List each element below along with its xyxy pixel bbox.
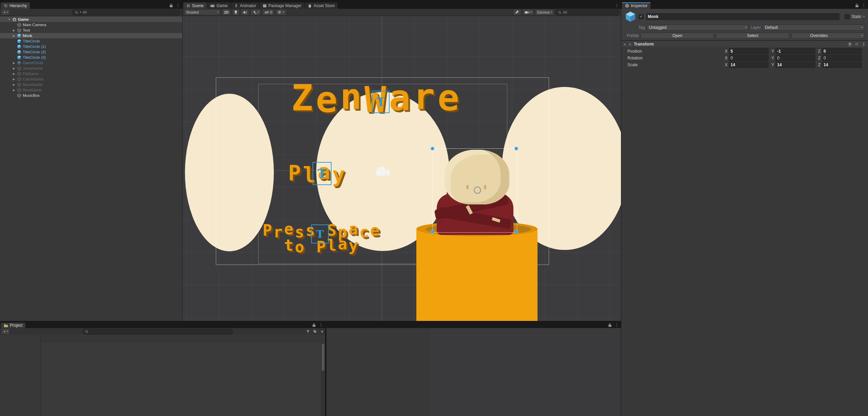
hierarchy-add-button[interactable]: +▾ bbox=[1, 9, 10, 15]
static-control[interactable]: Static▾ bbox=[845, 14, 865, 19]
effects-dropdown[interactable]: ▾ bbox=[250, 9, 261, 15]
component-tools-button[interactable] bbox=[513, 9, 521, 15]
hierarchy-item-main-camera[interactable]: Main Camera bbox=[0, 22, 182, 28]
layer-dropdown[interactable]: Default▾ bbox=[763, 24, 865, 31]
tab-hierarchy-label: Hierarchy bbox=[10, 3, 27, 8]
animation-dopesheet[interactable] bbox=[430, 328, 621, 416]
lock-icon[interactable] bbox=[855, 3, 859, 7]
foldout-arrow-icon[interactable]: ▼ bbox=[623, 42, 626, 47]
project-add-button[interactable]: +▾ bbox=[1, 328, 10, 334]
foldout-arrow-icon[interactable]: ▼ bbox=[7, 18, 11, 21]
lock-icon[interactable] bbox=[169, 3, 173, 7]
search-by-label-icon[interactable] bbox=[313, 330, 317, 333]
kebab-menu-icon[interactable]: ⋮ bbox=[615, 323, 619, 327]
text-component-gizmo-icon[interactable]: T bbox=[313, 162, 332, 185]
gameobject-name-field[interactable]: Monk bbox=[646, 13, 839, 20]
axis-value-field[interactable]: 0 bbox=[822, 55, 862, 61]
project-scrollbar[interactable] bbox=[321, 343, 325, 416]
kebab-menu-icon[interactable]: ⋮ bbox=[862, 42, 866, 47]
hierarchy-item-restgame[interactable]: ▶RestGame bbox=[0, 87, 182, 93]
hierarchy-item-titlecircle-3-[interactable]: TitleCircle (3) bbox=[0, 55, 182, 60]
axis-value-field[interactable]: -1 bbox=[775, 48, 815, 54]
hierarchy-search-input[interactable]: ▾ All bbox=[72, 10, 181, 15]
scene-search-input[interactable]: All bbox=[555, 10, 620, 15]
tab-asset-store[interactable]: Asset Store bbox=[305, 2, 338, 9]
kebab-menu-icon[interactable]: ⋮ bbox=[862, 3, 866, 7]
scene-viewport[interactable]: ZenWarePlayPress Spaceto PlayTTT bbox=[183, 16, 621, 321]
foldout-arrow-icon[interactable]: ▶ bbox=[12, 83, 16, 86]
unity-editor-window: Hierarchy ⋮ +▾ ▾ All ▼GameMain Camera▶Te… bbox=[0, 0, 868, 416]
axis-value-field[interactable]: 0 bbox=[822, 48, 862, 54]
foldout-arrow-icon[interactable]: ▶ bbox=[12, 89, 16, 92]
search-by-type-icon[interactable] bbox=[306, 330, 310, 333]
axis-value-field[interactable]: 5 bbox=[729, 48, 769, 54]
hidden-objects-button[interactable]: 0 bbox=[262, 9, 274, 15]
hierarchy-item-monk[interactable]: ▶Monk bbox=[0, 33, 182, 38]
hierarchy-item-titlecircle[interactable]: TitleCircle bbox=[0, 38, 182, 44]
kebab-menu-icon[interactable]: ⋮ bbox=[615, 3, 619, 7]
axis-value-field[interactable]: 14 bbox=[822, 62, 862, 68]
hierarchy-item-game[interactable]: ▼Game bbox=[0, 17, 182, 22]
foldout-arrow-icon[interactable]: ▶ bbox=[12, 67, 16, 70]
lock-icon[interactable] bbox=[608, 323, 612, 327]
tab-animator[interactable]: Animator bbox=[231, 2, 259, 9]
tab-scene[interactable]: Scene bbox=[183, 2, 207, 9]
kebab-menu-icon[interactable]: ⋮ bbox=[176, 3, 180, 7]
hierarchy-item-titlecircle-2-[interactable]: TitleCircle (2) bbox=[0, 49, 182, 55]
tag-dropdown[interactable]: Untagged▾ bbox=[647, 24, 749, 31]
plus-icon: + bbox=[3, 329, 5, 333]
presets-icon[interactable] bbox=[855, 42, 859, 46]
grid-visibility-dropdown[interactable]: ▾ bbox=[276, 9, 286, 15]
transform-header[interactable]: ▼Transform?⋮ bbox=[621, 40, 868, 48]
hierarchy-item-musicbox[interactable]: MusicBox bbox=[0, 93, 182, 98]
tab-hierarchy[interactable]: Hierarchy bbox=[1, 2, 30, 9]
camera-dropdown[interactable]: ▾ bbox=[523, 9, 534, 15]
audio-toggle-button[interactable] bbox=[241, 9, 249, 15]
foldout-arrow-icon[interactable]: ▶ bbox=[12, 61, 16, 65]
static-checkbox[interactable] bbox=[845, 14, 850, 19]
active-checkbox[interactable]: ✓ bbox=[639, 14, 644, 19]
animation-panel: ⋮ bbox=[326, 321, 621, 416]
hierarchy-item-flygame[interactable]: ▶FlyGame bbox=[0, 71, 182, 76]
toggle-2d-button[interactable]: 2D bbox=[222, 9, 231, 15]
text-component-gizmo-icon[interactable]: T bbox=[372, 91, 390, 113]
axis-value-field[interactable]: 14 bbox=[775, 62, 815, 68]
prefab-overrides-dropdown[interactable]: Overrides▾ bbox=[791, 33, 865, 39]
shading-mode-dropdown[interactable]: Shaded▾ bbox=[184, 9, 221, 15]
prefab-open-button[interactable]: Open bbox=[641, 33, 714, 39]
lighting-toggle-button[interactable] bbox=[232, 9, 240, 15]
selection-handle[interactable] bbox=[431, 147, 434, 150]
axis-x: X14 bbox=[725, 62, 769, 68]
tab-game[interactable]: Game bbox=[207, 2, 231, 9]
axis-value-field[interactable]: 0 bbox=[729, 55, 769, 61]
hierarchy-item-text[interactable]: ▶Text bbox=[0, 28, 182, 33]
foldout-arrow-icon[interactable]: ▶ bbox=[12, 29, 16, 32]
gameobject-cube-icon bbox=[17, 72, 21, 76]
project-search-input[interactable] bbox=[82, 329, 233, 334]
selection-handle[interactable] bbox=[514, 147, 518, 150]
prefab-cube-icon bbox=[17, 50, 21, 54]
foldout-arrow-icon[interactable]: ▶ bbox=[12, 34, 16, 37]
axis-value-field[interactable]: 0 bbox=[775, 55, 815, 61]
help-icon[interactable]: ? bbox=[848, 42, 852, 47]
tab-label: Package Manager bbox=[268, 3, 301, 8]
kebab-menu-icon[interactable]: ⋮ bbox=[319, 323, 323, 327]
tab-project[interactable]: Project bbox=[1, 323, 25, 328]
transform-row-label: Rotation bbox=[627, 56, 725, 60]
tab-inspector[interactable]: i Inspector bbox=[622, 2, 650, 9]
tab-package-manager[interactable]: Package Manager bbox=[260, 2, 304, 9]
prefab-select-button[interactable]: Select bbox=[716, 33, 789, 39]
hierarchy-item-titlecircle-1-[interactable]: TitleCircle (1) bbox=[0, 44, 182, 49]
foldout-arrow-icon[interactable]: ▶ bbox=[12, 72, 16, 75]
hierarchy-item-racegame[interactable]: ▶RaceGame bbox=[0, 82, 182, 87]
axis-value-field[interactable]: 14 bbox=[729, 62, 769, 68]
lock-icon[interactable] bbox=[312, 323, 316, 327]
favorite-star-icon[interactable]: ★ bbox=[320, 329, 324, 334]
foldout-arrow-icon[interactable]: ▶ bbox=[12, 78, 16, 81]
prefab-cube-icon bbox=[17, 61, 21, 65]
hierarchy-item-gamecircle[interactable]: ▶GameCircle bbox=[0, 60, 182, 66]
hierarchy-item-catchgame[interactable]: ▶CatchGame bbox=[0, 76, 182, 82]
text-component-gizmo-icon[interactable]: T bbox=[311, 224, 329, 243]
gizmos-dropdown[interactable]: Gizmos▾ bbox=[535, 9, 554, 15]
hierarchy-item-jumpgame[interactable]: ▶JumpGame bbox=[0, 66, 182, 71]
